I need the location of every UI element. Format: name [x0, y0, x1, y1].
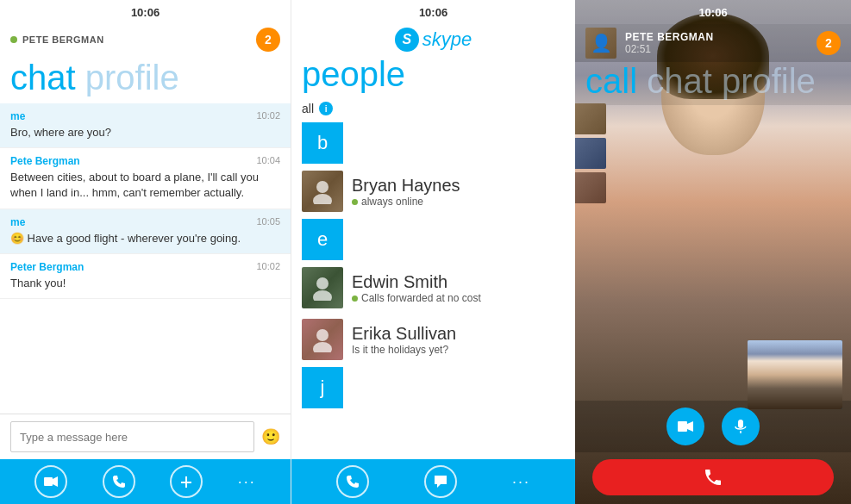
- voice-call-button[interactable]: [103, 465, 135, 498]
- message-meta: me 10:02: [10, 110, 280, 122]
- call-notification-badge: 2: [817, 31, 841, 55]
- call-mute-button[interactable]: [722, 408, 760, 445]
- message-sender: Pete Bergman: [10, 155, 80, 167]
- call-title-word2: chat: [647, 62, 712, 100]
- call-end-bar: [575, 452, 851, 504]
- svg-point-4: [316, 277, 329, 289]
- message-time: 10:02: [256, 110, 280, 122]
- svg-rect-10: [738, 420, 743, 428]
- contact-list: b Bryan Haynes always online e: [291, 121, 575, 459]
- letter-header-j: j: [302, 367, 343, 408]
- emoji-icon[interactable]: 🙂: [261, 427, 280, 446]
- letter-header-b: b: [302, 122, 343, 164]
- skype-logo: S skype: [395, 28, 472, 52]
- contact-name-erika: Erika Sullivan: [352, 323, 565, 344]
- contact-status-erika: Is it the holidays yet?: [352, 344, 565, 356]
- people-more-options-button[interactable]: ···: [512, 473, 530, 491]
- message-text: Bro, where are you?: [10, 125, 280, 140]
- chat-input-area: 🙂: [0, 414, 291, 459]
- notification-badge: 2: [256, 28, 280, 52]
- contact-item-bryan[interactable]: Bryan Haynes always online: [291, 165, 575, 217]
- contact-item-erika[interactable]: Erika Sullivan Is it the holidays yet?: [291, 314, 575, 365]
- people-filter-bar[interactable]: all i: [291, 98, 575, 121]
- avatar-placeholder-erika: [302, 319, 343, 360]
- chat-title-word2: profile: [85, 59, 179, 96]
- contact-status-edwin: Calls forwarded at no cost: [352, 292, 565, 304]
- people-app-header: S skype: [291, 24, 575, 55]
- chat-contact-name: PETE BERGMAN: [22, 34, 104, 45]
- letter-header-e: e: [302, 219, 343, 260]
- call-title-word3: profile: [722, 62, 816, 100]
- call-status-time: 10:06: [698, 6, 727, 19]
- svg-point-5: [313, 290, 332, 301]
- svg-marker-1: [53, 476, 58, 487]
- self-video-person: [748, 340, 842, 409]
- call-panel: 10:06 PETE BERGMAN 02:51 2 call chat pro…: [575, 0, 851, 504]
- contact-avatar-erika: [302, 319, 343, 360]
- status-dot-edwin: [352, 296, 358, 302]
- call-status-bar: 10:06: [575, 0, 851, 24]
- chat-title-bar: chat profile: [0, 59, 291, 103]
- status-dot-bryan: [352, 199, 358, 205]
- online-status-dot: [10, 36, 17, 43]
- svg-marker-9: [687, 421, 693, 432]
- avatar-placeholder-bryan: [302, 171, 343, 212]
- message-sender: Peter Bergman: [10, 261, 84, 273]
- skype-wordmark: skype: [422, 28, 472, 51]
- message-sender: me: [10, 110, 25, 122]
- people-phone-button[interactable]: [336, 465, 369, 498]
- chat-panel: 10:06 PETE BERGMAN 2 chat profile me 10:…: [0, 0, 291, 504]
- side-thumb-1: [575, 103, 606, 134]
- message-item: Peter Bergman 10:02 Thank you!: [0, 254, 291, 299]
- message-meta: me 10:05: [10, 216, 280, 228]
- chat-header-left: PETE BERGMAN: [10, 34, 104, 45]
- chat-header: PETE BERGMAN 2: [0, 24, 291, 59]
- filter-label: all: [302, 102, 314, 115]
- chat-bottom-toolbar: ···: [0, 459, 291, 504]
- side-thumb-3: [575, 172, 606, 203]
- chat-status-time: 10:06: [131, 6, 160, 19]
- video-call-button[interactable]: [34, 465, 67, 498]
- people-panel: 10:06 S skype people all i b Bryan Hayne…: [291, 0, 575, 504]
- contact-avatar-edwin: [302, 267, 343, 308]
- call-contact-name: PETE BERGMAN: [625, 31, 808, 43]
- message-time: 10:02: [256, 261, 280, 273]
- message-meta: Pete Bergman 10:04: [10, 155, 280, 167]
- filter-info-icon[interactable]: i: [319, 102, 333, 115]
- call-overlay: 10:06 PETE BERGMAN 02:51 2 call chat pro…: [575, 0, 851, 504]
- message-item: me 10:05 😊 Have a good flight - wherever…: [0, 209, 291, 254]
- avatar-placeholder-edwin: [302, 267, 343, 308]
- call-video-button[interactable]: [666, 408, 704, 445]
- call-top-bar: PETE BERGMAN 02:51 2: [575, 24, 851, 62]
- more-options-button[interactable]: ···: [238, 473, 256, 491]
- add-button[interactable]: [170, 465, 203, 498]
- svg-point-6: [316, 329, 329, 341]
- message-input[interactable]: [10, 421, 254, 452]
- self-video-thumbnail: [748, 340, 842, 409]
- self-video-inner: [748, 340, 842, 409]
- chat-title-word1: chat: [10, 59, 76, 96]
- contact-info-erika: Erika Sullivan Is it the holidays yet?: [352, 323, 565, 356]
- chat-page-title: chat profile: [10, 60, 280, 95]
- contact-item-edwin[interactable]: Edwin Smith Calls forwarded at no cost: [291, 262, 575, 314]
- call-contact-avatar: [585, 28, 616, 59]
- svg-point-7: [313, 342, 332, 352]
- svg-rect-8: [678, 421, 687, 432]
- call-side-thumbnails: [575, 103, 606, 203]
- call-title-bar: call chat profile: [575, 62, 851, 105]
- chat-messages-list: me 10:02 Bro, where are you? Pete Bergma…: [0, 103, 291, 414]
- message-text: 😊 Have a good flight - wherever you're g…: [10, 231, 280, 246]
- people-bottom-toolbar: ···: [291, 459, 575, 504]
- people-chat-button[interactable]: [424, 465, 457, 498]
- skype-app-icon: S: [395, 28, 419, 52]
- svg-rect-0: [44, 477, 53, 486]
- contact-info-bryan: Bryan Haynes always online: [352, 175, 565, 208]
- message-meta: Peter Bergman 10:02: [10, 261, 280, 273]
- contact-info-edwin: Edwin Smith Calls forwarded at no cost: [352, 271, 565, 304]
- svg-point-2: [316, 181, 329, 193]
- people-title-bar: people: [291, 55, 575, 98]
- message-sender: me: [10, 216, 25, 228]
- call-contact-info: PETE BERGMAN 02:51: [625, 31, 808, 55]
- end-call-button[interactable]: [592, 459, 834, 495]
- message-text: Between cities, about to board a plane, …: [10, 170, 280, 201]
